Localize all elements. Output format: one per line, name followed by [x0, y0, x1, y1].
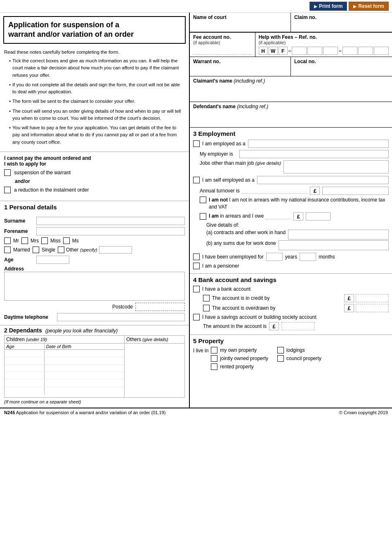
dep-age-input[interactable]: [6, 351, 43, 356]
contracts-a-textarea[interactable]: [288, 230, 389, 240]
other-specify-input[interactable]: [99, 246, 132, 254]
savings-pound: £: [269, 322, 279, 330]
dep-age-input[interactable]: [6, 365, 43, 370]
dep-dob-input[interactable]: [46, 388, 123, 393]
reset-button[interactable]: Reset form: [349, 2, 389, 11]
own-property-label: my own property: [220, 347, 257, 353]
arrears-checkbox[interactable]: [200, 213, 206, 220]
suspension-checkbox[interactable]: [4, 169, 11, 176]
married-checkbox[interactable]: [4, 247, 11, 253]
other-marital-checkbox[interactable]: [58, 247, 64, 253]
local-no-cell: Local no.: [291, 57, 392, 76]
jointly-owned-checkbox[interactable]: [211, 355, 217, 362]
dep-age-input[interactable]: [6, 358, 43, 363]
other-specify-label: (specify): [80, 247, 97, 252]
rented-row: rented property: [211, 363, 268, 370]
pensioner-checkbox[interactable]: [193, 263, 200, 269]
ni-not-checkbox[interactable]: [200, 197, 206, 203]
married-label: Married: [13, 247, 30, 253]
in-credit-checkbox[interactable]: [203, 295, 210, 301]
claim-no-label: Claim no.: [294, 14, 389, 20]
miss-checkbox[interactable]: [41, 237, 48, 244]
unemployed-years-input[interactable]: [266, 253, 283, 261]
council-checkbox[interactable]: [277, 355, 284, 362]
dep-dob-input[interactable]: [46, 373, 123, 378]
unemployed-checkbox[interactable]: [193, 254, 200, 260]
warrant-no-input[interactable]: [193, 64, 287, 74]
dep-age-header: Age: [5, 344, 45, 349]
lodgings-row: lodgings: [277, 347, 321, 353]
defendants-name-textarea[interactable]: [193, 109, 389, 124]
dep-children-col-headers: Age Date of Birth: [5, 344, 124, 350]
address-textarea[interactable]: [4, 272, 185, 301]
forename-input[interactable]: [36, 227, 185, 235]
and-or-text: and/or: [4, 178, 185, 184]
dep-age-input[interactable]: [6, 388, 43, 393]
mrs-checkbox[interactable]: [21, 237, 28, 244]
turnover-pound: £: [310, 187, 320, 195]
dep-others-textarea[interactable]: [126, 344, 183, 394]
rented-checkbox[interactable]: [211, 363, 217, 370]
dep-others-header: Others (give details): [125, 336, 184, 344]
claimants-name-sub: (including ref.): [234, 78, 265, 84]
hwf-input4[interactable]: [342, 47, 357, 55]
employed-checkbox[interactable]: [193, 140, 200, 147]
hwf-row: H W F – –: [259, 47, 389, 55]
bank-account-checkbox[interactable]: [193, 286, 200, 292]
claimants-name-textarea[interactable]: [193, 84, 389, 99]
fee-account-input[interactable]: [193, 47, 252, 55]
dep-dob-input[interactable]: [46, 380, 123, 385]
self-employed-checkbox[interactable]: [193, 177, 200, 183]
hwf-input2[interactable]: [307, 47, 322, 55]
dep-dob-input[interactable]: [46, 351, 123, 356]
lodgings-checkbox[interactable]: [277, 347, 284, 353]
savings-amount-input[interactable]: [281, 322, 314, 330]
reduction-checkbox[interactable]: [4, 187, 11, 193]
jobs-textarea[interactable]: [283, 160, 389, 173]
claim-no-input[interactable]: [294, 20, 389, 30]
give-details-label: Give details of:: [206, 222, 389, 228]
dep-dob-input[interactable]: [46, 358, 123, 363]
unemployed-months-input[interactable]: [300, 253, 316, 261]
hwf-input6[interactable]: [374, 47, 389, 55]
overdrawn-input[interactable]: [356, 304, 389, 312]
suspension-label: suspension of the warrant: [14, 170, 71, 176]
daytime-tel-input[interactable]: [57, 313, 185, 321]
postcode-input[interactable]: [135, 303, 185, 311]
hwf-input3[interactable]: [323, 47, 338, 55]
bank-header: 4 Bank account and savings: [193, 276, 389, 283]
dep-age-input[interactable]: [6, 373, 43, 378]
mr-checkbox[interactable]: [4, 237, 11, 244]
ms-checkbox[interactable]: [63, 237, 70, 244]
hwf-input1[interactable]: [292, 47, 307, 55]
in-credit-row: The account is in credit by £: [203, 294, 389, 302]
live-in-label: I live in: [193, 348, 208, 353]
dep-age-input[interactable]: [6, 380, 43, 385]
own-property-row: my own property: [211, 347, 268, 353]
contracts-b-textarea[interactable]: [279, 240, 389, 250]
arrears-input[interactable]: [306, 212, 331, 221]
single-checkbox[interactable]: [33, 247, 39, 253]
employer-input[interactable]: [239, 150, 389, 158]
property-options-left: my own property jointly owned property r…: [211, 347, 268, 370]
council-label: council property: [286, 356, 321, 361]
overdrawn-checkbox[interactable]: [203, 305, 210, 311]
suspension-checkbox-row: suspension of the warrant: [4, 169, 185, 176]
surname-input[interactable]: [36, 217, 185, 225]
contracts-section: Give details of: (a) contracts and other…: [206, 222, 389, 250]
dep-dob-input[interactable]: [46, 365, 123, 370]
local-no-input[interactable]: [294, 64, 389, 74]
name-of-court-input[interactable]: [193, 20, 287, 30]
savings-checkbox[interactable]: [193, 314, 200, 320]
own-property-checkbox[interactable]: [211, 347, 217, 353]
self-employed-row: I am self employed as a: [193, 176, 389, 184]
turnover-input[interactable]: [322, 187, 389, 195]
employed-as-input[interactable]: [248, 140, 389, 148]
in-credit-input[interactable]: [356, 294, 389, 302]
hwf-input5[interactable]: [358, 47, 373, 55]
self-employed-input[interactable]: [257, 176, 389, 184]
print-button[interactable]: Print form: [309, 2, 347, 11]
age-input[interactable]: [36, 256, 69, 264]
claimant-row: Claimant's name (including ref.): [190, 76, 392, 102]
turnover-label: Annual turnover is: [200, 188, 240, 194]
